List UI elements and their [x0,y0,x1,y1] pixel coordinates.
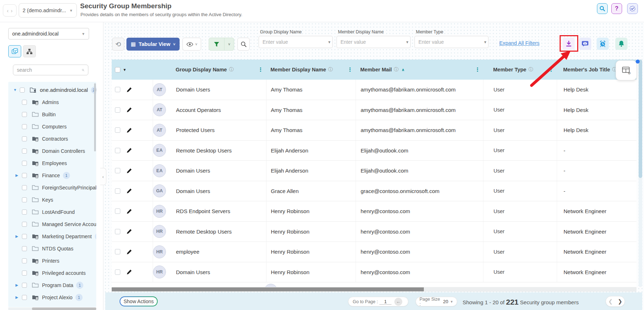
table-search-button[interactable] [237,38,250,51]
refresh-button[interactable]: ⟲ [112,38,124,51]
tree-checkbox[interactable] [22,185,27,190]
edit-pencil-icon[interactable] [126,107,132,113]
filter-input-wrap[interactable]: ▼ [259,36,333,48]
alerts-bell-button[interactable] [615,38,627,50]
filter-dropdown-caret[interactable]: ˅ [224,38,234,50]
tree-item[interactable]: ▶ Builtin [8,108,96,121]
table-row[interactable]: HR RDS Endpoint Servers Henry Robinson h… [112,201,636,222]
expand-icon[interactable]: ▶ [15,283,18,287]
tree-item[interactable]: ▶ LostAndFound [8,206,96,218]
expand-all-filters-link[interactable]: Expand All Filters [499,40,539,46]
column-menu-icon[interactable]: ⋮ [548,66,554,73]
checkbox-view-toggle[interactable] [8,45,21,57]
column-header-member-display-name[interactable]: Member Display Name ⓘ ⋮ [266,60,356,80]
tree-checkbox[interactable] [22,136,27,141]
show-actions-button[interactable]: Show Actions [120,296,158,306]
table-row[interactable]: GA Domain Users Grace Allen grace@contos… [112,181,636,202]
tree-checkbox[interactable] [22,283,27,288]
tree-checkbox[interactable] [22,197,27,202]
global-search-button[interactable] [597,3,608,14]
tree-search-box[interactable] [13,65,88,75]
row-checkbox[interactable] [115,107,120,113]
column-menu-icon[interactable]: ⋮ [258,66,263,73]
sort-ascending-icon[interactable]: ∧ [402,67,405,72]
column-menu-icon[interactable]: ⋮ [347,66,353,73]
expand-icon[interactable]: ▶ [15,295,18,299]
tree-item[interactable]: ▶ Contractors [8,133,96,145]
table-row[interactable]: AT Account Operators Amy Thomas amythoma… [112,100,636,121]
domain-selector[interactable]: one.admindroid.local ▼ [8,28,89,39]
tree-checkbox[interactable] [22,258,27,263]
table-horizontal-scrollbar[interactable] [112,287,636,292]
tree-item[interactable]: ▶ Computers [8,121,96,133]
column-header-member-type[interactable]: Member Type ⓘ ⋮ [483,60,557,80]
tree-root-item[interactable]: ▼ one.admindroid.local 24 [8,84,96,96]
funnel-icon[interactable] [209,38,224,50]
tree-item[interactable]: ▶ Program Data 1 [8,279,96,291]
select-all-checkbox[interactable] [115,67,120,72]
tree-item[interactable]: ▶ Project Alexio 1 [8,291,96,304]
tree-checkbox[interactable] [22,234,27,239]
group-display-name-filter-input[interactable] [263,39,328,45]
tree-item[interactable]: ▶ Printers [8,255,96,267]
tree-checkbox[interactable] [22,295,27,300]
previous-page-icon[interactable]: ❮ [608,298,613,305]
table-row[interactable]: EA Domain Users Elijah Anderson Elijah@o… [112,161,636,181]
tree-checkbox[interactable] [22,124,27,129]
collapse-icon[interactable]: ▼ [13,88,17,92]
row-checkbox[interactable] [115,269,120,275]
tree-item[interactable]: ▶ Managed Service Accounts [8,218,96,230]
tree-item[interactable]: ▶ Privileged accounts [8,267,96,279]
history-nav[interactable]: ‹ › [3,4,17,17]
table-row[interactable]: HR employee Henry Robinson henry@contoso… [112,242,636,262]
filter-input-wrap[interactable]: ▼ [414,36,488,48]
table-row[interactable]: HR Remote Desktop Users Henry Robinson h… [112,222,636,242]
table-row[interactable]: HR Domain Users Henry Robinson henry@con… [112,262,636,283]
goto-page-go-button[interactable]: ← [394,298,402,306]
edit-pencil-icon[interactable] [126,249,132,255]
select-menu-caret-icon[interactable]: ▼ [123,68,126,72]
expand-icon[interactable]: ▶ [15,234,18,238]
help-button[interactable]: ? [611,3,622,14]
tree-checkbox[interactable] [22,100,27,105]
table-row[interactable]: EA Remote Desktop Users Elijah Anderson … [112,141,636,161]
row-checkbox[interactable] [115,127,120,133]
column-visibility-button[interactable]: ˅ [182,38,201,51]
tree-checkbox[interactable] [22,246,27,251]
tree-item[interactable]: ▶ Finance 1 [8,169,96,182]
row-checkbox[interactable] [115,87,120,92]
edit-pencil-icon[interactable] [126,208,132,214]
tree-item[interactable]: ▶ Marketing Department 1 [8,230,96,243]
row-checkbox[interactable] [115,168,120,173]
filter-input-wrap[interactable]: ▼ [337,36,411,48]
view-mode-button[interactable]: ▦ Tabular View ˅ [126,38,180,51]
row-checkbox[interactable] [115,249,120,254]
table-row[interactable]: AT Protected Users Amy Thomas amythomas@… [112,120,636,141]
chevron-down-icon[interactable]: ▼ [483,40,487,44]
tree-item[interactable]: ▶ Domain Controllers [8,145,96,157]
tree-scrollbar[interactable] [94,83,96,151]
schedule-alarm-button[interactable] [597,38,609,50]
chevron-down-icon[interactable]: ▼ [328,40,331,44]
tree-checkbox[interactable] [22,149,27,154]
tree-horizontal-scrollbar[interactable] [8,307,96,310]
row-checkbox[interactable] [115,148,120,153]
edit-pencil-icon[interactable] [126,269,132,275]
tree-checkbox[interactable] [22,222,27,227]
next-page-icon[interactable]: ❯ [618,298,622,305]
table-vertical-scrollbar[interactable] [639,60,642,287]
tree-search-input[interactable] [17,67,82,73]
tree-checkbox[interactable] [22,210,27,215]
filter-button[interactable]: ˅ [209,38,234,51]
column-chooser-button[interactable]: ⚙ [616,60,637,80]
member-display-name-filter-input[interactable] [340,39,406,45]
nav-back-icon[interactable]: ‹ [7,8,9,14]
row-checkbox[interactable] [115,208,120,214]
table-row[interactable]: AT Domain Users Amy Thomas amythomas@fab… [112,80,636,100]
tree-item[interactable]: ▶ Keys [8,194,96,206]
edit-pencil-icon[interactable] [126,147,132,153]
environment-selector[interactable]: 2 (demo.admindr... ▼ [19,3,77,18]
edit-pencil-icon[interactable] [126,168,132,174]
sidebar-collapse-handle[interactable]: ‹ [100,168,106,185]
column-header-member-mail[interactable]: Member Mail ⓘ ∧ ⋮ [356,60,483,80]
